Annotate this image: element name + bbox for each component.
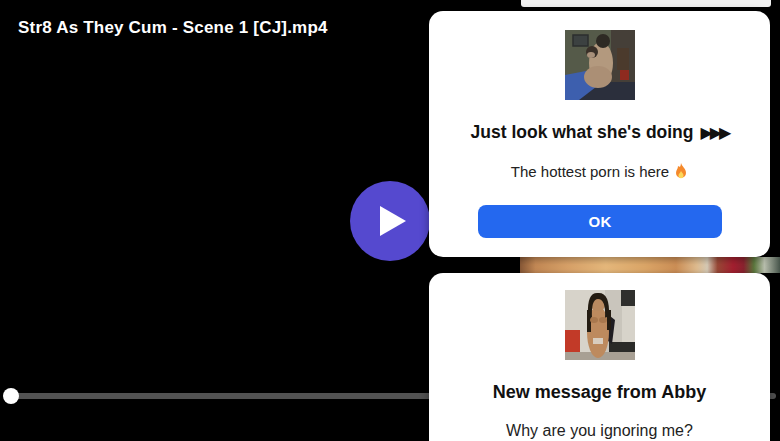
big-play-button[interactable]	[350, 181, 430, 261]
rear-notification-card-edge	[521, 0, 771, 7]
fire-icon	[674, 163, 688, 179]
message-heading: New message from Abby	[429, 381, 770, 403]
ok-button[interactable]: OK	[478, 205, 722, 238]
offer-thumbnail[interactable]	[565, 30, 635, 100]
offer-heading: Just look what she's doing▶▶▶	[429, 121, 770, 144]
video-player-page: Str8 As They Cum - Scene 1 [CJ].mp4 00:0…	[0, 0, 780, 441]
offer-heading-text: Just look what she's doing	[471, 122, 694, 142]
message-subtext: Why are you ignoring me?	[429, 421, 770, 441]
message-thumbnail[interactable]	[565, 290, 635, 360]
video-frame-peek	[520, 257, 780, 273]
offer-thumbnail-image	[565, 30, 635, 100]
offer-subtext-text: The hottest porn is here	[511, 163, 669, 180]
play-icon	[380, 206, 406, 236]
seek-knob[interactable]	[3, 388, 19, 404]
popup-offer-card[interactable]: Just look what she's doing▶▶▶ The hottes…	[429, 11, 770, 257]
message-thumbnail-image	[565, 290, 635, 360]
video-title: Str8 As They Cum - Scene 1 [CJ].mp4	[18, 18, 328, 38]
offer-subtext: The hottest porn is here	[429, 161, 770, 182]
triple-arrow-icon: ▶▶▶	[701, 124, 729, 141]
popup-message-card[interactable]: New message from Abby Why are you ignori…	[429, 273, 770, 441]
